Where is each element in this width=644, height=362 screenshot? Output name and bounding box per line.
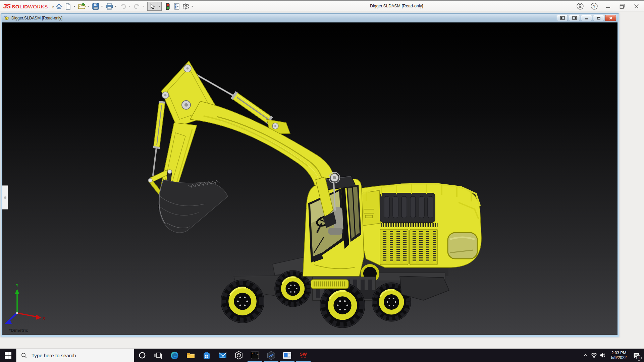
app-titlebar: 3S SOLIDWORKS ▸ <box>0 0 644 11</box>
store-icon <box>203 352 210 359</box>
taskbar-icon-task-view[interactable] <box>150 349 166 362</box>
wheel-rear-near[interactable] <box>320 283 365 328</box>
mirror <box>301 199 304 204</box>
upper-body[interactable] <box>357 184 481 267</box>
new-document-dropdown[interactable] <box>72 2 76 11</box>
taskbar-icon-remote-window-app[interactable] <box>279 349 295 362</box>
cortana-icon <box>139 352 146 359</box>
doc-close-button[interactable] <box>605 15 616 21</box>
account-icon[interactable] <box>575 2 585 10</box>
search-icon <box>21 353 27 358</box>
edge-icon <box>170 351 179 360</box>
document-window: Digger.SLDASM [Read-only] <box>1 13 619 337</box>
new-document-button[interactable] <box>63 2 72 11</box>
volume-icon[interactable] <box>598 349 607 362</box>
remote-window-app-icon <box>283 352 291 359</box>
svg-text:?: ? <box>593 4 595 9</box>
system-tray: 2:03 PM 5/9/2022 1 <box>581 349 644 362</box>
bucket[interactable] <box>159 180 228 233</box>
solidworks-logo: 3S SOLIDWORKS ▸ <box>3 3 54 10</box>
3d-viewer-icon <box>235 351 243 360</box>
taskbar-search[interactable] <box>16 349 134 362</box>
file-explorer-icon <box>186 352 195 359</box>
close-button[interactable] <box>631 2 641 10</box>
assembly-icon <box>4 15 9 21</box>
triad-y-label: Y <box>16 283 18 288</box>
open-dropdown[interactable] <box>86 2 90 11</box>
wifi-icon[interactable] <box>590 349 598 362</box>
doc-restore-button[interactable] <box>593 15 604 21</box>
action-center-button[interactable]: 1 <box>631 349 642 362</box>
save-button[interactable] <box>91 2 100 11</box>
cab[interactable] <box>301 176 364 276</box>
mail-icon <box>219 352 227 359</box>
search-input[interactable] <box>32 353 122 358</box>
toolbar-separator <box>50 3 50 10</box>
taskbar-icon-solidworks-2021[interactable]: SW 2021 <box>295 349 311 362</box>
step-board <box>311 280 348 289</box>
solidworks-icon: SW 2021 <box>300 352 307 359</box>
document-title: Digger.SLDASM [Read-only] <box>11 16 557 20</box>
brand-light: WORKS <box>28 4 48 9</box>
document-titlebar[interactable]: Digger.SLDASM [Read-only] <box>2 14 618 22</box>
undo-dropdown[interactable] <box>127 2 131 11</box>
app-title: Digger.SLDASM [Read-only] <box>370 4 423 8</box>
bucket-cylinder[interactable] <box>153 101 165 149</box>
doc-minimize-button[interactable] <box>581 15 592 21</box>
piston-rod[interactable] <box>153 148 156 176</box>
select-tool-button[interactable] <box>148 2 158 11</box>
taskbar-icon-hexagon-app[interactable] <box>263 349 279 362</box>
taskbar-icon-mail[interactable] <box>215 349 231 362</box>
options-gear-button[interactable] <box>181 2 190 11</box>
orientation-triad[interactable]: Y X <box>4 283 45 324</box>
panel-splitter-tab[interactable] <box>2 185 8 209</box>
graphics-viewport[interactable]: Y X *Dimetric <box>2 22 618 335</box>
file-properties-button[interactable] <box>172 2 181 11</box>
task-view-icon <box>154 352 162 359</box>
home-button[interactable] <box>54 2 63 11</box>
taskbar-icon-cortana[interactable] <box>134 349 150 362</box>
minimize-button[interactable] <box>603 2 613 10</box>
show-desktop-button[interactable] <box>642 349 644 362</box>
print-button[interactable] <box>105 2 114 11</box>
rebuild-traffic-light-button[interactable] <box>163 2 172 11</box>
select-tool-dropdown[interactable] <box>158 2 161 10</box>
redo-button[interactable] <box>132 2 141 11</box>
command-prompt-icon: C:\_ <box>251 352 259 359</box>
tray-time: 2:03 PM <box>608 351 629 355</box>
windows-logo-icon <box>5 352 11 359</box>
hexagon-app-icon <box>267 351 275 360</box>
redo-dropdown[interactable] <box>141 2 145 11</box>
save-dropdown[interactable] <box>100 2 104 11</box>
help-icon[interactable]: ? <box>589 2 599 10</box>
notification-badge: 1 <box>636 355 642 361</box>
undo-button[interactable] <box>118 2 127 11</box>
options-dropdown[interactable] <box>190 2 194 11</box>
taskbar-icon-edge[interactable] <box>166 349 182 362</box>
taskbar-icon-file-explorer[interactable] <box>182 349 199 362</box>
quick-access-toolbar <box>54 1 195 12</box>
restore-button[interactable] <box>617 2 627 10</box>
taskbar: C:\_ SW 2021 <box>0 349 644 362</box>
solidworks-logo-icon: 3S <box>3 3 10 10</box>
taskbar-icon-store[interactable] <box>199 349 215 362</box>
pane-right-toggle-icon[interactable] <box>569 15 580 21</box>
start-button[interactable] <box>0 349 16 362</box>
brand-bold: SOLID <box>12 4 28 9</box>
3d-model-excavator[interactable]: Y X <box>2 22 618 335</box>
pane-left-toggle-icon[interactable] <box>557 15 568 21</box>
view-orientation-label: *Dimetric <box>9 328 28 333</box>
print-dropdown[interactable] <box>114 2 117 11</box>
tray-chevron-up-icon[interactable] <box>581 349 590 362</box>
wheel-front-near[interactable] <box>221 280 264 323</box>
clock[interactable]: 2:03 PM 5/9/2022 <box>608 351 629 360</box>
triad-x-label: X <box>43 316 45 321</box>
open-button[interactable] <box>77 2 86 11</box>
select-tool-group <box>147 2 162 11</box>
tray-date: 5/9/2022 <box>608 355 629 360</box>
taskbar-icon-command-prompt[interactable]: C:\_ <box>247 349 263 362</box>
taskbar-icon-3d-viewer[interactable] <box>231 349 247 362</box>
